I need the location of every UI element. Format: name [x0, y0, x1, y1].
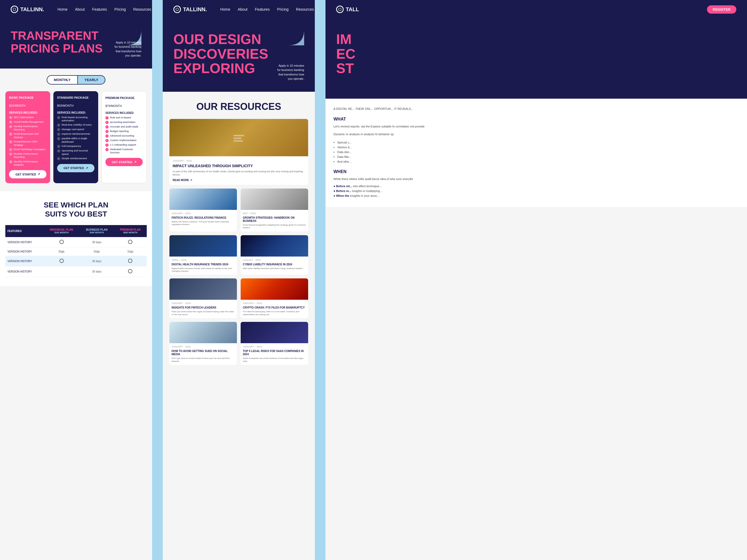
card-desc: Grow beyond imagination adapting this st…	[243, 224, 306, 229]
check-icon: ✓	[105, 148, 109, 151]
yearly-toggle[interactable]: YEARLY	[77, 75, 106, 84]
list-item: ✓Advanced accounting	[105, 134, 143, 138]
resource-card: JANUARY – 2024 HOW TO AVOID GETTING SUED…	[170, 322, 237, 365]
premium-cta-button[interactable]: GET STARTED ↗	[105, 158, 143, 166]
list-item: And othe...	[334, 159, 739, 164]
logo-icon-3	[336, 6, 344, 13]
card-date: JANUARY – 2024	[172, 212, 235, 215]
logo-text: TALLINN.	[20, 6, 44, 12]
nav-about[interactable]: About	[75, 7, 85, 11]
navbar-3: TALL REGISTER	[326, 0, 747, 19]
check-icon: ✓	[9, 133, 12, 136]
list-item: ✓Monthly Performance Reporting	[9, 152, 46, 159]
card-info: APRIL – 2024 DIGITAL HEALTH INSURANCE TR…	[170, 257, 237, 275]
list-item: ✓Real-time visibility of every	[57, 123, 95, 127]
check-icon: ✓	[9, 116, 12, 119]
card-date: APRIL – 2024	[172, 259, 235, 261]
nav-features-2[interactable]: Features	[255, 7, 270, 11]
row-business: 30 days	[80, 256, 114, 266]
basic-cta-button[interactable]: GET STARTED ↗	[9, 170, 46, 179]
check-icon: ✓	[57, 145, 60, 148]
standard-label: STANDARD PACKAGE	[57, 96, 95, 99]
nav-resources[interactable]: Resources	[133, 7, 151, 11]
table-row: VERSION HISTORY 50gb 50gb 10gb	[5, 247, 147, 256]
register-button-3[interactable]: REGISTER	[707, 5, 736, 14]
card-desc: SaaS companies are at the forefront of i…	[243, 357, 306, 363]
list-item: Various d...	[334, 145, 739, 150]
nav-pricing-2[interactable]: Pricing	[277, 7, 289, 11]
svg-point-1	[176, 8, 179, 11]
check-icon: ✓	[105, 125, 109, 129]
card-image	[241, 322, 308, 343]
row-premium: 10gb	[114, 247, 147, 256]
navbar: TALLINN. Home About Features Pricing Res…	[0, 0, 152, 19]
standard-cta-button[interactable]: GET STARTED ↗	[57, 164, 95, 172]
card-title: CRYPTO CRASH: FTX FILES FOR BANKRUPTCY	[243, 306, 306, 309]
check-icon: ✓	[57, 157, 60, 160]
billing-toggle: MONTHLY YEARLY	[0, 69, 152, 91]
card-title: FINTECH RULES: REGULATIONS FINANCE	[172, 216, 235, 219]
resources-grid: JANUARY – 2024 IMPACT UNLEASHED THROUGH …	[170, 119, 308, 365]
nav-home-2[interactable]: Home	[221, 7, 230, 11]
apply-text-2: Apply in 10 minutesfor business bankingt…	[277, 63, 304, 81]
card-info: AUGUST – 2024 CYBER LIABILITY INSURANCE …	[241, 257, 308, 272]
arrow-icon: ↗	[37, 172, 40, 176]
nav-links-2: Home About Features Pricing Resources	[221, 7, 314, 11]
check-icon: ✓	[9, 160, 12, 163]
monthly-toggle[interactable]: MONTHLY	[47, 75, 77, 84]
card-info: JANUARY – 2024 HOW TO AVOID GETTING SUED…	[170, 343, 237, 365]
featured-desc: As part of the 10th anniversary of our h…	[173, 170, 305, 177]
check-icon: ✓	[57, 137, 60, 140]
list-item: Data dee...	[334, 150, 739, 154]
list-item: ✓Simple reimbursement	[57, 157, 95, 160]
card-image	[241, 278, 308, 300]
nav-features[interactable]: Features	[92, 7, 107, 11]
list-item: ✓SEO Optimization	[9, 116, 46, 119]
logo-text-3: TALL	[346, 6, 359, 12]
basic-services-list: ✓SEO Optimization ✓Social Media Manageme…	[9, 116, 46, 166]
card-title: TOP 5 LEGAL RISKS FOR SAAS COMPANIES IN …	[243, 350, 306, 356]
logo-icon-2	[174, 6, 181, 13]
hero-section: TRANSPARENT PRICING PLANS Apply in 10 mi…	[0, 19, 152, 69]
card-info: JANUARY – 2024 FINTECH RULES: REGULATION…	[170, 210, 237, 228]
nav-resources-2[interactable]: Resources	[296, 7, 314, 11]
table-row: VERSION HISTORY 30 days	[5, 266, 147, 277]
nav-pricing[interactable]: Pricing	[114, 7, 126, 11]
card-title: CYBER LIABILITY INSURANCE IN 2024	[243, 263, 306, 266]
featured-info: JANUARY – 2024 IMPACT UNLEASHED THROUGH …	[170, 156, 308, 185]
row-feature: VERSION HISTORY	[5, 266, 43, 277]
list-item: ✓Accurate and audit-ready	[105, 125, 143, 129]
resources-section: OUR RESOURCES JANUARY – 2024 IMPACT UNLE…	[163, 92, 315, 374]
premium-services-list: ✓Rule and AI-based ✓accounting automatio…	[105, 116, 143, 154]
nav-about-2[interactable]: About	[238, 7, 248, 11]
list-item: ✓Monthly Performance Analytics	[9, 160, 46, 167]
check-icon: ✓	[105, 130, 109, 133]
card-title: GROWTH STRATEGIES: HANDBOOK ON BUSINESS	[243, 216, 306, 223]
nav-home[interactable]: Home	[58, 7, 68, 11]
basic-label: BASIC PACKAGE	[9, 96, 46, 99]
read-more-link[interactable]: READ MORE ↗	[173, 179, 305, 182]
premium-services-label: SERVICES INCLUDED:	[105, 111, 143, 114]
card-image	[170, 322, 237, 343]
card-desc: FTX filed for bankruptcy. Will it is in …	[243, 311, 306, 316]
check-icon: ✓	[57, 133, 60, 136]
comparison-title: SEE WHICH PLAN SUITS YOU BEST	[5, 201, 147, 218]
check-icon: ✓	[9, 153, 12, 156]
logo-icon	[11, 6, 18, 13]
table-row: VERSION HISTORY 30 days	[5, 256, 147, 266]
check-icon: ✓	[57, 124, 60, 127]
standard-services-label: SERVICES INCLUDED:	[57, 111, 95, 114]
apply-text: Apply in 10 minutesfor business bankingt…	[114, 40, 141, 58]
list-item: ✓Full transparency	[57, 144, 95, 148]
card-date: JANUARY – 2024	[243, 345, 306, 348]
hero-partial: IM EC ST	[326, 19, 747, 99]
individual-header: INDIVIDUAL PLAN $19/ MONTH	[43, 225, 79, 237]
partial-panel: TALL REGISTER IM EC ST A DIGITAL RE... T…	[326, 0, 747, 560]
card-info: JANUARY – 2024 CRYPTO CRASH: FTX FILES F…	[241, 300, 308, 318]
check-icon: ✓	[105, 143, 109, 146]
table-row: VERSION HISTORY 30 days	[5, 237, 147, 247]
svg-rect-3	[233, 138, 241, 139]
row-individual	[43, 256, 79, 266]
row-feature: VERSION HISTORY	[5, 237, 43, 247]
row-business: 50gb	[80, 247, 114, 256]
